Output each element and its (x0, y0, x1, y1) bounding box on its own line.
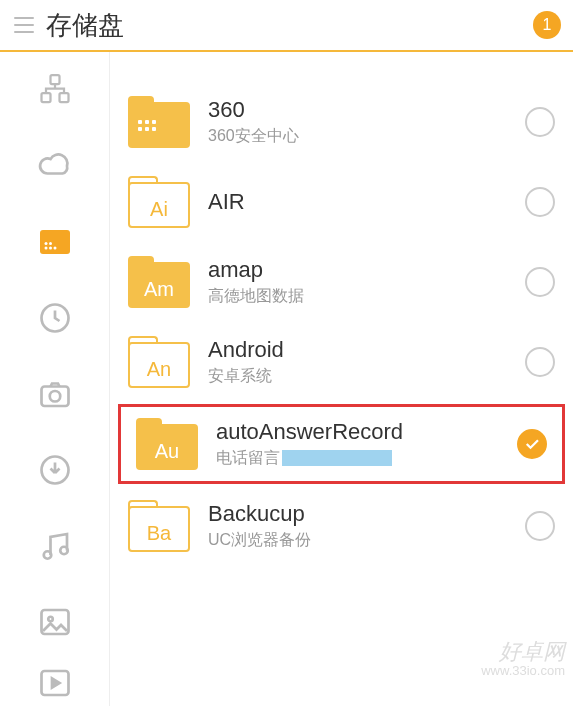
svg-point-16 (48, 616, 53, 621)
folder-title: amap (208, 257, 515, 283)
folder-icon: An (128, 336, 190, 388)
cloud-icon (37, 148, 73, 184)
folder-text: amap高德地图数据 (208, 257, 515, 306)
sidebar-category[interactable] (0, 52, 109, 128)
sidebar-download[interactable] (0, 432, 109, 508)
folder-list[interactable]: 360360安全中心AiAIRAmamap高德地图数据AnAndroid安卓系统… (110, 52, 573, 706)
svg-point-5 (49, 246, 52, 249)
folder-subtitle: 360安全中心 (208, 126, 515, 147)
download-icon (37, 452, 73, 488)
svg-rect-15 (41, 610, 68, 634)
redacted-text (282, 450, 392, 466)
sidebar-storage[interactable] (0, 204, 109, 280)
svg-point-4 (44, 246, 47, 249)
folder-icon: Am (128, 256, 190, 308)
folder-subtitle: 电话留言 (216, 448, 507, 469)
folder-icon-label: Ai (128, 198, 190, 221)
storage-icon (37, 224, 73, 260)
folder-text: BackucupUC浏览器备份 (208, 501, 515, 550)
category-icon (37, 72, 73, 108)
folder-row[interactable]: Amamap高德地图数据 (110, 242, 573, 322)
folder-subtitle: 高德地图数据 (208, 286, 515, 307)
svg-rect-0 (50, 75, 59, 84)
folder-title: AIR (208, 189, 515, 215)
folder-icon-label: An (128, 358, 190, 381)
sidebar-image[interactable] (0, 584, 109, 660)
music-icon (37, 528, 73, 564)
folder-icon (128, 96, 190, 148)
svg-rect-1 (41, 93, 50, 102)
folder-text: 360360安全中心 (208, 97, 515, 146)
folder-title: autoAnswerRecord (216, 419, 507, 445)
header: 存储盘 1 (0, 0, 573, 52)
menu-icon[interactable] (12, 13, 36, 37)
main: 360360安全中心AiAIRAmamap高德地图数据AnAndroid安卓系统… (0, 52, 573, 706)
sidebar-video[interactable] (0, 660, 109, 706)
image-icon (37, 604, 73, 640)
camera-icon (37, 376, 73, 412)
folder-icon: Ai (128, 176, 190, 228)
folder-title: 360 (208, 97, 515, 123)
sidebar-camera[interactable] (0, 356, 109, 432)
folder-title: Backucup (208, 501, 515, 527)
svg-rect-10 (41, 386, 68, 406)
select-checkbox[interactable] (517, 429, 547, 459)
folder-subtitle: 安卓系统 (208, 366, 515, 387)
select-checkbox[interactable] (525, 511, 555, 541)
svg-rect-3 (40, 230, 70, 254)
folder-icon-label: Au (136, 440, 198, 463)
folder-icon: Ba (128, 500, 190, 552)
folder-row[interactable]: AnAndroid安卓系统 (110, 322, 573, 402)
sidebar-cloud[interactable] (0, 128, 109, 204)
svg-point-11 (49, 391, 60, 402)
svg-point-7 (49, 242, 52, 245)
video-icon (37, 665, 73, 701)
svg-rect-2 (59, 93, 68, 102)
svg-point-8 (53, 246, 56, 249)
clock-icon (37, 300, 73, 336)
folder-text: autoAnswerRecord电话留言 (216, 419, 507, 468)
sidebar-music[interactable] (0, 508, 109, 584)
page-title: 存储盘 (46, 8, 533, 43)
folder-row[interactable]: AuautoAnswerRecord电话留言 (118, 404, 565, 484)
svg-point-13 (43, 551, 51, 559)
folder-icon-label: Ba (128, 522, 190, 545)
folder-row[interactable]: AiAIR (110, 162, 573, 242)
folder-icon-label: Am (128, 278, 190, 301)
svg-point-6 (44, 242, 47, 245)
folder-icon: Au (136, 418, 198, 470)
select-checkbox[interactable] (525, 187, 555, 217)
folder-text: AIR (208, 189, 515, 215)
folder-row[interactable]: 360360安全中心 (110, 82, 573, 162)
select-checkbox[interactable] (525, 107, 555, 137)
select-checkbox[interactable] (525, 347, 555, 377)
notification-badge[interactable]: 1 (533, 11, 561, 39)
folder-title: Android (208, 337, 515, 363)
sidebar-recent[interactable] (0, 280, 109, 356)
folder-row[interactable]: BaBackucupUC浏览器备份 (110, 486, 573, 566)
folder-text: Android安卓系统 (208, 337, 515, 386)
sidebar (0, 52, 110, 706)
folder-subtitle: UC浏览器备份 (208, 530, 515, 551)
select-checkbox[interactable] (525, 267, 555, 297)
svg-point-14 (60, 546, 68, 554)
